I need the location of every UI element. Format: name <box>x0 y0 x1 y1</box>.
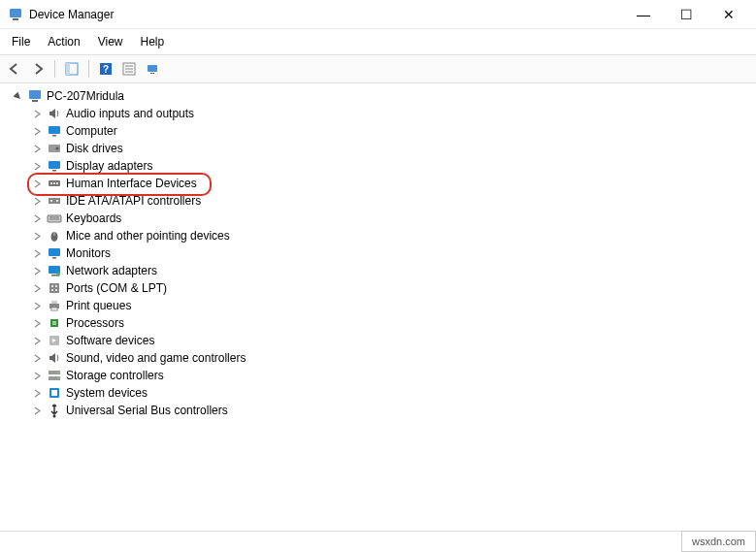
audio-icon <box>47 350 62 366</box>
node-label: Computer <box>66 122 117 140</box>
tree-node[interactable]: Disk drives <box>0 140 756 157</box>
audio-icon <box>47 106 62 121</box>
monitor-icon <box>47 123 62 139</box>
device-tree[interactable]: PC-207Mridula Audio inputs and outputsCo… <box>0 83 756 532</box>
scan-button[interactable] <box>142 58 163 80</box>
tree-node[interactable]: Print queues <box>0 297 756 314</box>
port-icon <box>47 280 62 296</box>
toolbar-separator <box>88 60 89 78</box>
tree-node[interactable]: Processors <box>0 314 756 332</box>
computer-icon <box>27 88 43 104</box>
tree-root[interactable]: PC-207Mridula <box>0 87 756 105</box>
tree-node[interactable]: Sound, video and game controllers <box>0 349 756 367</box>
usb-icon <box>47 403 62 418</box>
expander-icon[interactable] <box>31 335 43 346</box>
expander-icon[interactable] <box>31 125 43 137</box>
menubar: File Action View Help <box>0 29 756 54</box>
expander-icon[interactable] <box>31 300 43 311</box>
maximize-button[interactable]: ☐ <box>673 7 700 22</box>
disk-icon <box>47 141 62 156</box>
expander-icon[interactable] <box>31 247 43 259</box>
back-button[interactable] <box>4 58 25 80</box>
svg-rect-18 <box>49 161 60 169</box>
expander-icon[interactable] <box>31 178 43 189</box>
svg-rect-53 <box>51 390 57 396</box>
root-label: PC-207Mridula <box>47 87 124 105</box>
tree-node[interactable]: Software devices <box>0 332 756 349</box>
node-label: Monitors <box>66 244 111 262</box>
svg-rect-14 <box>49 126 60 134</box>
menu-help[interactable]: Help <box>133 31 173 52</box>
svg-rect-0 <box>10 9 21 17</box>
expander-icon[interactable] <box>31 352 43 364</box>
svg-rect-44 <box>51 308 57 310</box>
tree-node[interactable]: Universal Serial Bus controllers <box>0 402 756 419</box>
tree-node[interactable]: Computer <box>0 122 756 140</box>
properties-button[interactable] <box>118 58 140 80</box>
node-label: Universal Serial Bus controllers <box>66 402 228 419</box>
hid-icon <box>47 176 62 191</box>
node-label: Storage controllers <box>66 367 164 384</box>
node-label: Human Interface Devices <box>66 175 197 192</box>
show-hide-tree-button[interactable] <box>61 58 82 80</box>
svg-rect-3 <box>66 63 70 75</box>
svg-point-39 <box>55 285 57 287</box>
tree-node[interactable]: Display adapters <box>0 157 756 175</box>
window-title: Device Manager <box>29 8 630 21</box>
svg-rect-12 <box>29 90 41 99</box>
node-label: Disk drives <box>66 140 123 157</box>
expander-icon[interactable] <box>31 370 43 381</box>
node-label: IDE ATA/ATAPI controllers <box>66 192 201 210</box>
node-label: Mice and other pointing devices <box>66 227 230 244</box>
toolbar-separator <box>54 60 55 78</box>
expander-icon[interactable] <box>31 405 43 416</box>
menu-file[interactable]: File <box>4 31 38 52</box>
tree-node[interactable]: Human Interface Devices <box>0 175 756 192</box>
svg-point-51 <box>57 377 59 379</box>
tree-node[interactable]: System devices <box>0 384 756 402</box>
tree-node[interactable]: Storage controllers <box>0 367 756 384</box>
svg-rect-43 <box>51 301 57 304</box>
menu-view[interactable]: View <box>90 31 131 52</box>
svg-point-50 <box>57 372 59 373</box>
software-icon <box>47 333 62 348</box>
svg-rect-10 <box>148 65 157 72</box>
node-label: Sound, video and game controllers <box>66 349 246 367</box>
svg-rect-21 <box>50 182 52 184</box>
expander-icon[interactable] <box>31 230 43 242</box>
svg-point-54 <box>53 415 56 418</box>
svg-rect-23 <box>56 182 58 184</box>
expander-icon[interactable] <box>31 265 43 276</box>
minimize-button[interactable]: — <box>630 7 657 22</box>
svg-point-26 <box>56 200 58 202</box>
storage-icon <box>47 368 62 383</box>
menu-action[interactable]: Action <box>40 31 87 52</box>
svg-rect-19 <box>52 170 56 172</box>
tree-node[interactable]: Audio inputs and outputs <box>0 105 756 122</box>
expander-icon[interactable] <box>31 282 43 294</box>
expander-icon[interactable] <box>31 108 43 119</box>
expander-icon[interactable] <box>31 195 43 207</box>
expander-icon[interactable] <box>12 90 23 102</box>
forward-button[interactable] <box>27 58 49 80</box>
tree-node[interactable]: Monitors <box>0 244 756 262</box>
expander-icon[interactable] <box>31 160 43 172</box>
svg-point-40 <box>51 289 53 291</box>
tree-node[interactable]: Mice and other pointing devices <box>0 227 756 244</box>
tree-node[interactable]: Ports (COM & LPT) <box>0 279 756 297</box>
node-label: System devices <box>66 384 148 402</box>
svg-rect-1 <box>13 18 18 20</box>
svg-rect-24 <box>49 198 60 204</box>
system-icon <box>47 385 62 401</box>
expander-icon[interactable] <box>31 143 43 154</box>
tree-node[interactable]: IDE ATA/ATAPI controllers <box>0 192 756 210</box>
expander-icon[interactable] <box>31 212 43 224</box>
tree-node[interactable]: Network adapters <box>0 262 756 279</box>
cpu-icon <box>47 315 62 331</box>
tree-node[interactable]: Keyboards <box>0 210 756 227</box>
help-button[interactable]: ? <box>95 58 116 80</box>
expander-icon[interactable] <box>31 317 43 329</box>
expander-icon[interactable] <box>31 387 43 399</box>
svg-rect-13 <box>32 100 38 102</box>
close-button[interactable]: ✕ <box>715 7 742 22</box>
